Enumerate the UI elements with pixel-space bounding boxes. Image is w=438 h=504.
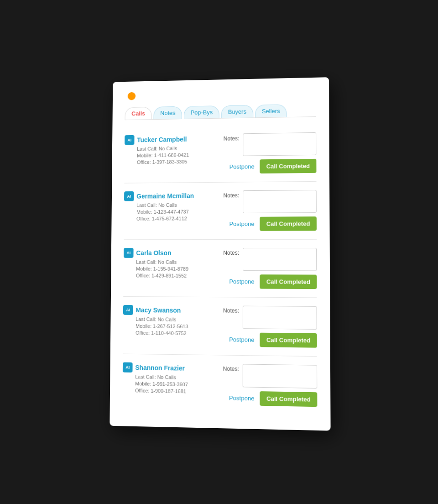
contact-left-3: AI Carla Olson Last Call: No Calls Mobil… [124, 248, 189, 278]
tab-notes[interactable]: Notes [154, 106, 182, 119]
notes-row: Notes: [223, 364, 318, 388]
contact-name[interactable]: Macy Swanson [136, 306, 181, 314]
contact-name-row: AI Macy Swanson [123, 305, 188, 315]
contact-right-4: Notes: Postpone Call Completed [215, 305, 317, 347]
call-completed-button[interactable]: Call Completed [260, 274, 317, 289]
contact-left-1: AI Tucker Campbell Last Call: No Calls M… [125, 134, 189, 165]
notes-input[interactable] [243, 306, 317, 330]
tab-buyers[interactable]: Buyers [221, 105, 253, 118]
call-completed-button[interactable]: Call Completed [260, 391, 318, 407]
call-completed-button[interactable]: Call Completed [260, 216, 317, 231]
office: Office: 1-475-672-4112 [136, 215, 194, 221]
contact-right-5: Notes: Postpone Call Completed [215, 363, 317, 407]
tab-bar: Calls Notes Pop-Bys Buyers Sellers [125, 104, 316, 120]
notes-label: Notes: [224, 192, 240, 199]
office: Office: 1-429-891-1552 [136, 273, 188, 278]
notes-input[interactable] [243, 190, 317, 213]
avatar: AI [124, 248, 134, 258]
main-panel: Calls Notes Pop-Bys Buyers Sellers AI Tu… [110, 77, 330, 430]
action-row: Postpone Call Completed [229, 216, 316, 231]
mobile: Mobile: 1-155-941-8789 [136, 266, 188, 272]
last-call: Last Call: No Calls [137, 146, 189, 152]
contact-left-4: AI Macy Swanson Last Call: No Calls Mobi… [123, 305, 188, 336]
contact-item: AI Macy Swanson Last Call: No Calls Mobi… [123, 297, 317, 357]
last-call: Last Call: No Calls [135, 374, 188, 380]
postpone-button[interactable]: Postpone [229, 394, 255, 402]
avatar: AI [124, 191, 134, 201]
last-call: Last Call: No Calls [136, 316, 188, 322]
help-icon[interactable] [128, 92, 136, 100]
contact-item: AI Germaine Mcmillan Last Call: No Calls… [124, 182, 317, 240]
header [125, 89, 316, 100]
contact-item: AI Tucker Campbell Last Call: No Calls M… [124, 124, 316, 184]
notes-label: Notes: [223, 366, 239, 373]
contact-name[interactable]: Tucker Campbell [137, 136, 187, 143]
postpone-button[interactable]: Postpone [229, 278, 254, 285]
notes-input[interactable] [243, 248, 317, 271]
avatar: AI [125, 135, 134, 145]
avatar: AI [123, 362, 133, 373]
contact-name-row: AI Carla Olson [124, 248, 188, 258]
contact-name-row: AI Tucker Campbell [125, 134, 189, 145]
contact-right-3: Notes: Postpone Call Completed [215, 248, 317, 289]
contact-item: AI Shannon Frazier Last Call: No Calls M… [122, 354, 317, 415]
action-row: Postpone Call Completed [229, 159, 317, 174]
avatar: AI [123, 305, 133, 315]
mobile: Mobile: 1-411-686-0421 [137, 152, 189, 158]
mobile: Mobile: 1-123-447-4737 [136, 209, 194, 215]
contact-left-2: AI Germaine Mcmillan Last Call: No Calls… [124, 191, 194, 221]
contact-name-row: AI Shannon Frazier [123, 362, 188, 373]
action-row: Postpone Call Completed [229, 391, 318, 407]
contact-name-row: AI Germaine Mcmillan [124, 191, 194, 201]
contact-right-2: Notes: Postpone Call Completed [215, 190, 317, 231]
office: Office: 1-397-183-3305 [137, 159, 189, 165]
contact-list: AI Tucker Campbell Last Call: No Calls M… [122, 124, 317, 415]
action-row: Postpone Call Completed [229, 332, 317, 348]
last-call: Last Call: No Calls [136, 202, 194, 208]
contact-name[interactable]: Shannon Frazier [135, 364, 185, 372]
tab-calls[interactable]: Calls [125, 107, 152, 120]
notes-label: Notes: [224, 135, 239, 142]
contact-item: AI Carla Olson Last Call: No Calls Mobil… [123, 240, 317, 298]
notes-input[interactable] [243, 364, 317, 388]
contact-name[interactable]: Germaine Mcmillan [136, 192, 194, 200]
postpone-button[interactable]: Postpone [229, 336, 254, 343]
action-row: Postpone Call Completed [229, 274, 317, 289]
last-call: Last Call: No Calls [136, 259, 188, 265]
mobile: Mobile: 1-991-253-3607 [135, 381, 188, 387]
tab-sellers[interactable]: Sellers [255, 104, 287, 117]
notes-row: Notes: [223, 248, 317, 271]
office: Office: 1-110-440-5752 [136, 330, 188, 336]
office: Office: 1-900-187-1681 [135, 388, 188, 394]
contact-left-5: AI Shannon Frazier Last Call: No Calls M… [122, 362, 188, 394]
call-completed-button[interactable]: Call Completed [260, 333, 317, 348]
notes-row: Notes: [223, 190, 316, 213]
postpone-button[interactable]: Postpone [229, 163, 255, 170]
mobile: Mobile: 1-267-512-5613 [136, 323, 188, 329]
tab-pop-bys[interactable]: Pop-Bys [184, 105, 219, 119]
contact-name[interactable]: Carla Olson [136, 249, 171, 257]
notes-label: Notes: [223, 250, 239, 256]
notes-row: Notes: [224, 132, 317, 156]
call-completed-button[interactable]: Call Completed [260, 159, 317, 173]
notes-row: Notes: [223, 305, 317, 329]
postpone-button[interactable]: Postpone [229, 220, 255, 227]
notes-label: Notes: [223, 307, 239, 314]
contact-right-1: Notes: Postpone Call Completed [215, 132, 316, 174]
notes-input[interactable] [243, 132, 316, 156]
